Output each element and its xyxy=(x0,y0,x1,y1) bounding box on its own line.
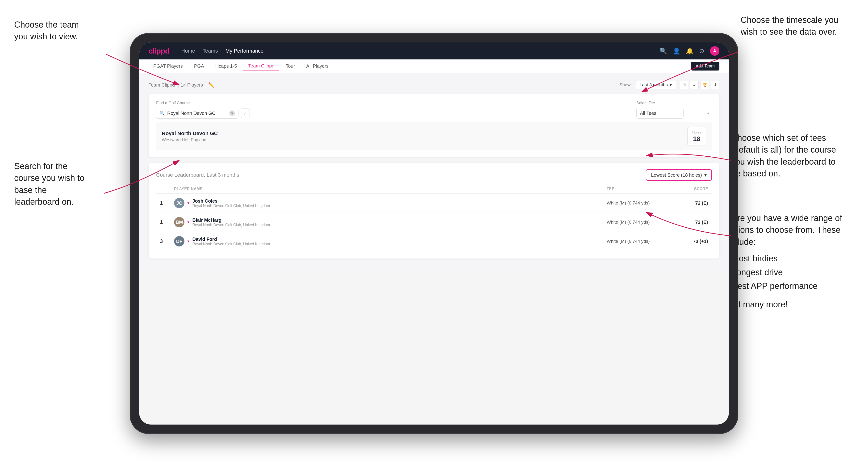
tee-select[interactable]: All Tees xyxy=(637,108,684,119)
sub-nav-tab-tour[interactable]: Tour xyxy=(281,62,300,71)
holes-label: Holes xyxy=(692,130,701,134)
and-more: and many more! xyxy=(726,299,844,310)
edit-icon[interactable]: ✏️ xyxy=(208,82,214,88)
player-name: David Ford xyxy=(192,237,270,242)
search-input-wrap: 🔍 × xyxy=(156,108,239,119)
option-app: Best APP performance xyxy=(726,279,844,293)
chevron-down-icon: ▾ xyxy=(707,111,709,116)
add-team-button[interactable]: Add Team xyxy=(691,62,719,70)
col-player: PLAYER NAME xyxy=(174,187,607,191)
option-birdies: Most birdies xyxy=(726,252,844,266)
leaderboard-header: Course Leaderboard, Last 3 months Lowest… xyxy=(156,169,712,181)
nav-link-my-performance[interactable]: My Performance xyxy=(225,48,264,54)
heart-icon[interactable]: ♥ xyxy=(187,220,190,224)
annotation-top-left: Choose the team you wish to view. xyxy=(14,19,90,43)
tee-filter-label: Select Tee xyxy=(637,101,712,105)
tee-select-wrap: All Tees ▾ xyxy=(637,108,712,119)
view-icons: ⊞ ≡ 🏆 ⬇ xyxy=(680,81,719,89)
settings-icon[interactable]: ⊙ xyxy=(699,48,704,55)
ipad-device: clippd Home Teams My Performance 🔍 👤 🔔 ⊙… xyxy=(130,33,738,434)
col-tee: TEE xyxy=(607,187,665,191)
player-cell: JC ♥ Josh Coles Royal North Devon Golf C… xyxy=(174,198,607,208)
ipad-screen: clippd Home Teams My Performance 🔍 👤 🔔 ⊙… xyxy=(139,42,729,425)
grid-view-button[interactable]: ⊞ xyxy=(680,81,688,89)
tee-filter-group: Select Tee All Tees ▾ xyxy=(637,101,712,119)
player-cell: BM ♥ Blair McHarg Royal North Devon Golf… xyxy=(174,217,607,227)
nav-bar: clippd Home Teams My Performance 🔍 👤 🔔 ⊙… xyxy=(139,42,729,59)
player-avatar: BM xyxy=(174,217,184,227)
annotation-bottom-right: Here you have a wide range of options to… xyxy=(726,212,844,311)
show-time-dropdown[interactable]: Last 3 months ▾ xyxy=(636,80,676,89)
sub-nav: PGAT Players PGA Hcaps 1-5 Team Clippd T… xyxy=(139,59,729,73)
bell-icon[interactable]: 🔔 xyxy=(686,48,693,55)
app-logo: clippd xyxy=(149,47,169,55)
annotation-top-right: Choose the timescale you wish to see the… xyxy=(741,14,840,38)
search-input[interactable] xyxy=(167,111,227,116)
nav-link-teams[interactable]: Teams xyxy=(203,48,218,54)
course-result: Royal North Devon GC Westward Ho!, Engla… xyxy=(156,122,712,151)
show-controls: Show: Last 3 months ▾ ⊞ ≡ 🏆 ⬇ xyxy=(619,80,719,89)
nav-link-home[interactable]: Home xyxy=(181,48,195,54)
sub-nav-tab-pga[interactable]: PGA xyxy=(189,62,209,71)
leaderboard-table: PLAYER NAME TEE SCORE 1 JC ♥ Josh Coles … xyxy=(156,184,712,250)
trophy-icon-button[interactable]: 🏆 xyxy=(701,81,709,89)
player-cell: DF ♥ David Ford Royal North Devon Golf C… xyxy=(174,236,607,247)
avatar[interactable]: A xyxy=(710,46,719,56)
options-list: Most birdies Longest drive Best APP perf… xyxy=(726,252,844,293)
tee-cell: White (M) (6,744 yds) xyxy=(607,239,665,244)
course-filter-label: Find a Golf Course xyxy=(156,101,632,105)
player-avatar: DF xyxy=(174,236,184,247)
col-rank xyxy=(160,187,174,191)
player-club: Royal North Devon Golf Club, United King… xyxy=(192,223,270,227)
course-location: Westward Ho!, England xyxy=(162,137,218,143)
table-row: 3 DF ♥ David Ford Royal North Devon Golf… xyxy=(156,233,712,250)
show-label: Show: xyxy=(619,82,632,88)
rank-cell: 3 xyxy=(160,238,174,244)
chevron-down-icon: ▾ xyxy=(704,172,707,178)
holes-count: 18 xyxy=(692,135,701,143)
tee-cell: White (M) (6,744 yds) xyxy=(607,220,665,225)
sub-nav-tab-pgat[interactable]: PGAT Players xyxy=(149,62,187,71)
search-clear-button[interactable]: × xyxy=(229,111,235,116)
filter-card: Find a Golf Course 🔍 × ☆ Select Tee xyxy=(149,94,719,157)
team-title: Team Clippd | 14 Players xyxy=(149,82,203,88)
annotation-mid-right: Choose which set of tees (default is all… xyxy=(731,132,844,180)
heart-icon[interactable]: ♥ xyxy=(187,201,190,205)
holes-badge: Holes 18 xyxy=(687,127,706,146)
nav-links: Home Teams My Performance xyxy=(181,48,264,54)
leaderboard-title: Course Leaderboard, Last 3 months xyxy=(156,172,239,178)
table-row: 1 JC ♥ Josh Coles Royal North Devon Golf… xyxy=(156,195,712,212)
option-drive: Longest drive xyxy=(726,266,844,279)
search-icon: 🔍 xyxy=(160,111,165,116)
col-score: SCORE xyxy=(665,187,708,191)
people-icon[interactable]: 👤 xyxy=(673,48,680,55)
annotation-bottom-right-intro: Here you have a wide range of options to… xyxy=(726,213,842,247)
player-name: Blair McHarg xyxy=(192,217,270,223)
list-view-button[interactable]: ≡ xyxy=(690,81,699,89)
score-cell: 73 (+1) xyxy=(665,239,708,244)
score-type-dropdown[interactable]: Lowest Score (18 holes) ▾ xyxy=(646,169,712,181)
sub-nav-tab-team-clippd[interactable]: Team Clippd xyxy=(243,61,279,71)
content-area: Team Clippd | 14 Players ✏️ Show: Last 3… xyxy=(139,73,729,271)
course-name: Royal North Devon GC xyxy=(162,130,218,136)
player-club: Royal North Devon Golf Club, United King… xyxy=(192,204,270,208)
course-info: Royal North Devon GC Westward Ho!, Engla… xyxy=(162,130,218,143)
download-button[interactable]: ⬇ xyxy=(711,81,719,89)
star-button[interactable]: ☆ xyxy=(241,108,250,118)
chevron-down-icon: ▾ xyxy=(670,82,672,88)
rank-cell: 1 xyxy=(160,200,174,206)
heart-icon[interactable]: ♥ xyxy=(187,239,190,243)
search-icon[interactable]: 🔍 xyxy=(659,48,667,55)
score-cell: 72 (E) xyxy=(665,200,708,206)
tee-cell: White (M) (6,744 yds) xyxy=(607,200,665,206)
player-name: Josh Coles xyxy=(192,198,270,204)
team-header: Team Clippd | 14 Players ✏️ Show: Last 3… xyxy=(149,80,719,89)
course-filter-group: Find a Golf Course 🔍 × ☆ xyxy=(156,101,632,119)
nav-right: 🔍 👤 🔔 ⊙ A xyxy=(659,46,719,56)
filter-row: Find a Golf Course 🔍 × ☆ Select Tee xyxy=(156,101,712,119)
sub-nav-tab-hcaps[interactable]: Hcaps 1-5 xyxy=(211,62,242,71)
score-cell: 72 (E) xyxy=(665,220,708,225)
sub-nav-tab-all-players[interactable]: All Players xyxy=(302,62,333,71)
annotation-mid-left: Search for the course you wish to base t… xyxy=(14,160,90,208)
leaderboard-card: Course Leaderboard, Last 3 months Lowest… xyxy=(149,163,719,258)
